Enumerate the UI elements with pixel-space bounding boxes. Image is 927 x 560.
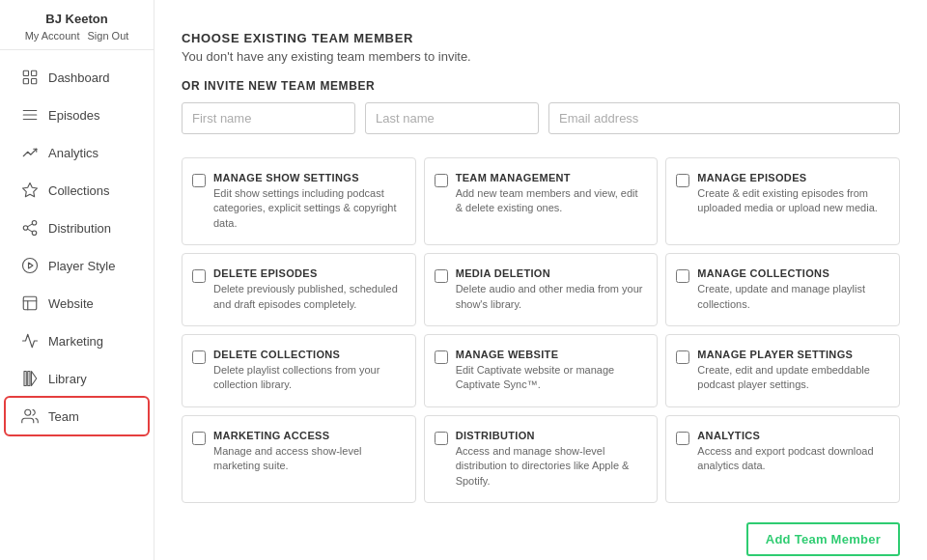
svg-rect-1 <box>32 70 37 75</box>
permission-checkbox-analytics[interactable] <box>676 432 689 445</box>
sidebar: BJ Keeton My Account Sign Out Dashboard … <box>0 0 154 560</box>
permission-checkbox-manage-show-settings[interactable] <box>192 174 206 187</box>
permission-card-delete-episodes: DELETE EPISODES Delete previously publis… <box>182 253 416 326</box>
perm-title-analytics: ANALYTICS <box>697 430 887 441</box>
perm-title-manage-website: MANAGE WEBSITE <box>456 349 646 360</box>
sidebar-item-dashboard[interactable]: Dashboard <box>6 59 148 96</box>
svg-marker-16 <box>29 263 34 268</box>
email-input[interactable] <box>548 102 900 134</box>
permission-card-marketing-access: MARKETING ACCESS Manage and access show-… <box>182 415 416 503</box>
svg-point-11 <box>23 226 28 231</box>
collections-label: Collections <box>48 183 110 198</box>
svg-line-14 <box>27 224 32 227</box>
perm-title-delete-episodes: DELETE EPISODES <box>213 267 404 279</box>
perm-content-team-management: TEAM MANAGEMENT Add new team members and… <box>456 172 646 216</box>
permission-checkbox-manage-player-settings[interactable] <box>676 350 689 364</box>
perm-title-delete-collections: DELETE COLLECTIONS <box>213 349 404 360</box>
permission-checkbox-marketing-access[interactable] <box>192 432 206 445</box>
perm-desc-marketing-access: Manage and access show-level marketing s… <box>213 444 404 474</box>
perm-content-media-deletion: MEDIA DELETION Delete audio and other me… <box>456 267 646 312</box>
svg-point-10 <box>32 221 37 226</box>
permission-checkbox-manage-episodes[interactable] <box>676 174 689 187</box>
analytics-icon <box>21 144 39 161</box>
last-name-input[interactable] <box>365 102 539 134</box>
permission-card-delete-collections: DELETE COLLECTIONS Delete playlist colle… <box>182 334 416 407</box>
permission-checkbox-team-management[interactable] <box>435 174 448 187</box>
perm-content-marketing-access: MARKETING ACCESS Manage and access show-… <box>213 430 404 474</box>
perm-desc-delete-episodes: Delete previously published, scheduled a… <box>213 282 404 312</box>
add-team-member-button[interactable]: Add Team Member <box>746 522 900 556</box>
sidebar-item-team[interactable]: Team <box>6 398 148 434</box>
svg-marker-22 <box>32 372 37 386</box>
permission-checkbox-delete-episodes[interactable] <box>192 269 206 283</box>
svg-rect-21 <box>28 372 30 386</box>
svg-point-15 <box>23 259 38 273</box>
perm-content-manage-collections: MANAGE COLLECTIONS Create, update and ma… <box>697 267 887 312</box>
website-icon <box>21 294 39 312</box>
svg-rect-2 <box>23 79 28 84</box>
sidebar-header: BJ Keeton My Account Sign Out <box>0 0 154 50</box>
team-icon <box>21 407 39 425</box>
svg-rect-17 <box>23 296 37 310</box>
sign-out-link[interactable]: Sign Out <box>88 30 129 42</box>
dashboard-label: Dashboard <box>48 70 110 85</box>
perm-title-distribution: DISTRIBUTION <box>456 430 646 441</box>
perm-title-manage-episodes: MANAGE EPISODES <box>697 172 887 183</box>
player-style-label: Player Style <box>48 259 115 273</box>
permission-card-analytics: ANALYTICS Access and export podcast down… <box>665 415 900 503</box>
permission-card-manage-episodes: MANAGE EPISODES Create & edit existing e… <box>665 157 900 245</box>
first-name-input[interactable] <box>182 102 355 134</box>
svg-point-23 <box>25 409 31 415</box>
perm-content-delete-collections: DELETE COLLECTIONS Delete playlist colle… <box>213 349 404 393</box>
permission-card-media-deletion: MEDIA DELETION Delete audio and other me… <box>424 253 659 326</box>
perm-desc-manage-collections: Create, update and manage playlist colle… <box>697 282 887 312</box>
sidebar-item-website[interactable]: Website <box>6 285 148 322</box>
analytics-label: Analytics <box>48 146 98 160</box>
perm-title-manage-collections: MANAGE COLLECTIONS <box>697 267 887 279</box>
sidebar-item-analytics[interactable]: Analytics <box>6 134 148 171</box>
sidebar-item-distribution[interactable]: Distribution <box>6 210 148 246</box>
choose-title: CHOOSE EXISTING TEAM MEMBER <box>182 31 900 45</box>
svg-rect-0 <box>23 70 28 75</box>
permission-checkbox-manage-website[interactable] <box>435 350 448 364</box>
website-label: Website <box>48 296 94 311</box>
invite-title: OR INVITE NEW TEAM MEMBER <box>182 79 900 93</box>
distribution-icon <box>21 219 39 237</box>
sidebar-nav: Dashboard Episodes Analytics Collections <box>0 50 154 560</box>
permission-card-manage-show-settings: MANAGE SHOW SETTINGS Edit show settings … <box>182 157 416 245</box>
episodes-label: Episodes <box>48 108 99 123</box>
library-label: Library <box>48 372 87 386</box>
team-label: Team <box>48 409 79 424</box>
perm-content-manage-player-settings: MANAGE PLAYER SETTINGS Create, edit and … <box>697 349 887 393</box>
dashboard-icon <box>21 69 39 86</box>
permission-checkbox-delete-collections[interactable] <box>192 350 206 364</box>
svg-line-13 <box>27 229 32 232</box>
library-icon <box>21 370 39 387</box>
permission-checkbox-manage-collections[interactable] <box>676 269 689 283</box>
perm-desc-delete-collections: Delete playlist collections from your co… <box>213 363 404 393</box>
permission-checkbox-media-deletion[interactable] <box>435 269 448 283</box>
my-account-link[interactable]: My Account <box>25 30 80 42</box>
permissions-grid: MANAGE SHOW SETTINGS Edit show settings … <box>182 157 900 503</box>
perm-title-manage-player-settings: MANAGE PLAYER SETTINGS <box>697 349 887 360</box>
sidebar-item-library[interactable]: Library <box>6 360 148 397</box>
permission-card-manage-collections: MANAGE COLLECTIONS Create, update and ma… <box>665 253 900 326</box>
perm-desc-manage-episodes: Create & edit existing episodes from upl… <box>697 186 887 216</box>
perm-content-distribution: DISTRIBUTION Access and manage show-leve… <box>456 430 646 489</box>
perm-desc-media-deletion: Delete audio and other media from your s… <box>456 282 646 312</box>
permission-checkbox-distribution[interactable] <box>435 432 448 445</box>
perm-desc-distribution: Access and manage show-level distributio… <box>456 444 646 489</box>
episodes-icon <box>21 106 39 124</box>
perm-title-marketing-access: MARKETING ACCESS <box>213 430 404 441</box>
sidebar-item-collections[interactable]: Collections <box>6 172 148 209</box>
collections-icon <box>21 182 39 199</box>
perm-content-manage-website: MANAGE WEBSITE Edit Captivate website or… <box>456 349 646 393</box>
permission-card-manage-website: MANAGE WEBSITE Edit Captivate website or… <box>424 334 659 407</box>
perm-title-media-deletion: MEDIA DELETION <box>456 267 646 279</box>
username-label: BJ Keeton <box>15 12 138 26</box>
sidebar-item-player-style[interactable]: Player Style <box>6 247 148 284</box>
sidebar-item-episodes[interactable]: Episodes <box>6 97 148 133</box>
sidebar-item-marketing[interactable]: Marketing <box>6 322 148 359</box>
svg-rect-20 <box>24 372 26 386</box>
player-style-icon <box>21 257 39 274</box>
